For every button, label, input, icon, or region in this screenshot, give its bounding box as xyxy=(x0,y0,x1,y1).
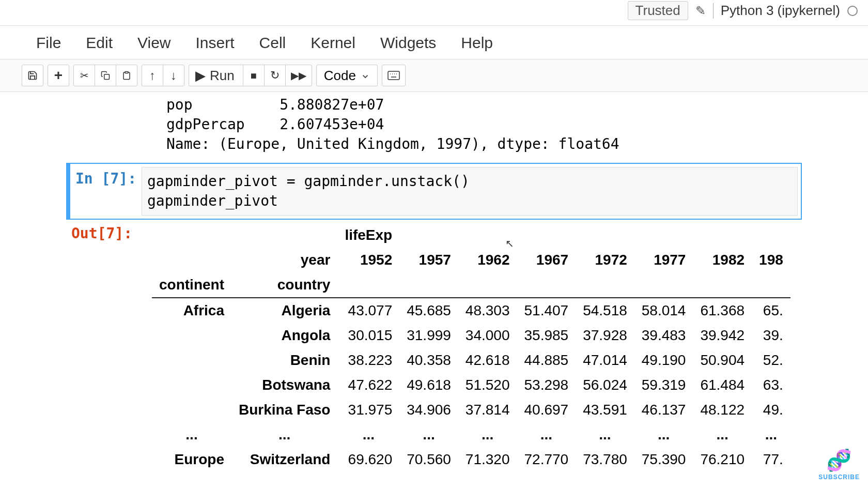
country-cell: Burkina Faso xyxy=(231,398,337,422)
continent-index-label: continent xyxy=(152,272,231,298)
data-cell: 31.975 xyxy=(337,398,399,422)
add-cell-button[interactable]: + xyxy=(48,65,69,86)
table-row: Botswana47.62249.61851.52053.29856.02459… xyxy=(152,373,791,398)
ellipsis-cell: ... xyxy=(152,422,231,447)
subscribe-widget[interactable]: 🧬 SUBSCRIBE xyxy=(818,448,860,472)
year-col: 1957 xyxy=(399,248,458,272)
copy-icon xyxy=(101,71,110,80)
paste-button[interactable] xyxy=(116,65,137,86)
data-cell: 69.620 xyxy=(337,447,399,472)
ellipsis-cell: ... xyxy=(634,422,693,447)
code-cell[interactable]: In [7]: gapminder_pivot = gapminder.unst… xyxy=(66,163,802,220)
restart-button[interactable]: ↻ xyxy=(264,65,286,86)
data-cell: 50.904 xyxy=(693,348,752,373)
menu-view[interactable]: View xyxy=(137,34,171,52)
keyboard-icon xyxy=(388,71,400,80)
interrupt-button[interactable]: ■ xyxy=(243,65,265,86)
cell-type-select[interactable]: Code xyxy=(316,65,378,86)
data-cell: 58.014 xyxy=(634,298,693,323)
data-cell: 38.223 xyxy=(337,348,399,373)
data-cell: 39.483 xyxy=(634,323,693,348)
data-cell: 44.885 xyxy=(517,348,576,373)
data-cell: 37.928 xyxy=(576,323,634,348)
continent-cell: Africa xyxy=(152,298,231,323)
plus-icon: + xyxy=(54,67,63,84)
cursor-icon: ↖ xyxy=(505,237,514,250)
menu-widgets[interactable]: Widgets xyxy=(380,34,436,52)
menu-cell[interactable]: Cell xyxy=(259,34,286,52)
move-up-button[interactable]: ↑ xyxy=(142,65,163,86)
data-cell: 59.319 xyxy=(634,373,693,398)
run-button[interactable]: ▶ Run xyxy=(189,65,243,86)
country-cell: Switzerland xyxy=(231,447,337,472)
year-col: 1982 xyxy=(693,248,752,272)
ellipsis-cell: ... xyxy=(337,422,399,447)
menubar: File Edit View Insert Cell Kernel Widget… xyxy=(0,26,868,59)
arrow-up-icon: ↑ xyxy=(149,68,156,83)
ellipsis-cell: ... xyxy=(458,422,517,447)
play-icon: ▶ xyxy=(195,68,206,84)
pivot-table: lifeExp year 1952 1957 1962 1967 1972 19… xyxy=(152,223,791,472)
kernel-indicator-icon xyxy=(847,6,858,16)
trusted-badge[interactable]: Trusted xyxy=(628,1,688,20)
data-cell: 47.622 xyxy=(337,373,399,398)
data-cell: 75.390 xyxy=(634,447,693,472)
table-row: Benin38.22340.35842.61844.88547.01449.19… xyxy=(152,348,791,373)
continent-cell xyxy=(152,398,231,422)
ellipsis-cell: ... xyxy=(231,422,337,447)
output-area: ↖ lifeExp year 1952 1957 1962 1967 xyxy=(137,223,802,472)
menu-file[interactable]: File xyxy=(36,34,61,52)
arrow-down-icon: ↓ xyxy=(171,68,177,83)
data-cell: 45.685 xyxy=(399,298,458,323)
country-cell: Botswana xyxy=(231,373,337,398)
data-cell: 54.518 xyxy=(576,298,634,323)
edit-icon[interactable]: ✎ xyxy=(695,4,706,18)
data-cell: 30.015 xyxy=(337,323,399,348)
copy-button[interactable] xyxy=(95,65,116,86)
run-all-button[interactable]: ▶▶ xyxy=(285,65,312,86)
cut-button[interactable]: ✂ xyxy=(73,65,95,86)
kernel-name[interactable]: Python 3 (ipykernel) xyxy=(721,3,840,19)
move-down-button[interactable]: ↓ xyxy=(163,65,184,86)
country-index-label: country xyxy=(231,272,337,298)
table-row: AfricaAlgeria43.07745.68548.30351.40754.… xyxy=(152,298,791,323)
data-cell: 61.368 xyxy=(693,298,752,323)
ellipsis-cell: ... xyxy=(399,422,458,447)
data-cell: 40.697 xyxy=(517,398,576,422)
data-cell: 73.780 xyxy=(576,447,634,472)
run-label: Run xyxy=(210,68,235,84)
data-cell: 63. xyxy=(752,373,791,398)
year-col: 1967 xyxy=(517,248,576,272)
year-col: 1977 xyxy=(634,248,693,272)
metric-header: lifeExp xyxy=(337,223,399,248)
year-col: 1972 xyxy=(576,248,634,272)
menu-edit[interactable]: Edit xyxy=(86,34,113,52)
menu-insert[interactable]: Insert xyxy=(196,34,235,52)
country-cell: Benin xyxy=(231,348,337,373)
data-cell: 56.024 xyxy=(576,373,634,398)
data-cell: 35.985 xyxy=(517,323,576,348)
data-cell: 51.520 xyxy=(458,373,517,398)
data-cell: 49.618 xyxy=(399,373,458,398)
menu-kernel[interactable]: Kernel xyxy=(311,34,355,52)
data-cell: 34.906 xyxy=(399,398,458,422)
save-icon xyxy=(27,70,38,81)
menu-help[interactable]: Help xyxy=(461,34,493,52)
data-cell: 61.484 xyxy=(693,373,752,398)
cut-icon: ✂ xyxy=(80,69,89,82)
year-col: 198 xyxy=(752,248,791,272)
ellipsis-cell: ... xyxy=(576,422,634,447)
fast-forward-icon: ▶▶ xyxy=(291,69,306,82)
data-cell: 76.210 xyxy=(693,447,752,472)
svg-rect-1 xyxy=(125,72,128,73)
country-cell: Algeria xyxy=(231,298,337,323)
divider xyxy=(713,3,714,19)
year-index-label: year xyxy=(231,248,337,272)
table-row: EuropeSwitzerland69.62070.56071.32072.77… xyxy=(152,447,791,472)
save-button[interactable] xyxy=(22,65,43,86)
data-cell: 77. xyxy=(752,447,791,472)
data-cell: 53.298 xyxy=(517,373,576,398)
command-palette-button[interactable] xyxy=(382,65,406,86)
code-input[interactable]: gapminder_pivot = gapminder.unstack() ga… xyxy=(142,167,798,216)
country-cell: Angola xyxy=(231,323,337,348)
